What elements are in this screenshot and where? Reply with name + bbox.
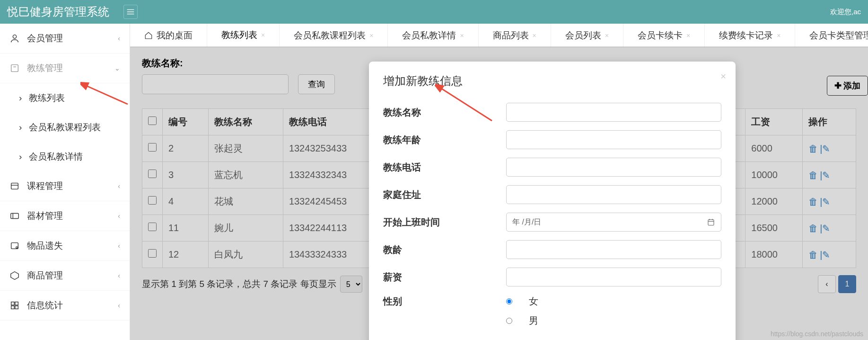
close-icon[interactable]: × (777, 32, 780, 39)
close-icon[interactable]: × (605, 32, 609, 39)
close-icon[interactable]: × (533, 32, 536, 39)
label-age: 教练年龄 (383, 134, 506, 146)
svg-rect-8 (11, 214, 19, 219)
chevron-left-icon: ‹ (118, 212, 120, 220)
sidebar-label: 会员管理 (27, 32, 63, 45)
tab-label: 续费续卡记录 (719, 29, 773, 42)
chevron-left-icon: ‹ (118, 35, 120, 42)
modal-title: 增加新教练信息 (383, 73, 721, 89)
sidebar-subitem-coach-list[interactable]: ›教练列表 (0, 83, 130, 113)
close-icon[interactable]: × (460, 32, 464, 39)
sidebar-item-product[interactable]: 商品管理 ‹ (0, 261, 130, 291)
tab-label: 我的桌面 (157, 29, 193, 42)
submenu-label: 教练列表 (29, 92, 65, 104)
svg-point-11 (16, 247, 18, 249)
input-address[interactable] (506, 185, 721, 204)
input-name[interactable] (506, 103, 721, 122)
tab-renew-record[interactable]: 续费续卡记录× (705, 24, 795, 47)
lost-icon (9, 241, 20, 251)
tab-label: 教练列表 (221, 29, 257, 41)
watermark: https://blog.csdn.net/pastclouds (771, 330, 863, 338)
tab-label: 会员卡类型管理 (809, 29, 868, 42)
chevron-left-icon: ‹ (118, 182, 120, 190)
sidebar-label: 教练管理 (27, 62, 63, 74)
tab-label: 会员卡续卡 (638, 29, 683, 42)
tab-label: 会员私教课程列表 (294, 29, 366, 42)
app-title: 悦巳健身房管理系统 (7, 4, 109, 19)
close-icon[interactable]: × (261, 31, 265, 39)
svg-rect-4 (11, 65, 18, 72)
svg-rect-14 (11, 306, 14, 309)
sidebar-label: 信息统计 (27, 299, 63, 312)
input-age[interactable] (506, 130, 721, 149)
tab-label: 商品列表 (493, 29, 529, 42)
label-start-date: 开始上班时间 (383, 216, 506, 229)
sidebar-item-stats[interactable]: 信息统计 ‹ (0, 291, 130, 321)
radio-female[interactable] (506, 298, 512, 304)
tab-card-renew[interactable]: 会员卡续卡× (623, 24, 705, 47)
tab-card-type[interactable]: 会员卡类型管理× (795, 24, 868, 47)
calendar-icon (707, 218, 715, 226)
label-name: 教练名称 (383, 106, 506, 119)
sidebar-item-member[interactable]: 会员管理 ‹ (0, 24, 130, 54)
sidebar-item-lost[interactable]: 物品遗失 ‹ (0, 231, 130, 261)
modal-close-button[interactable]: × (720, 71, 726, 82)
radio-female-label: 女 (529, 295, 538, 308)
svg-point-3 (13, 35, 16, 38)
input-years[interactable] (506, 240, 721, 259)
stats-icon (9, 300, 20, 311)
sidebar: 会员管理 ‹ 教练管理 ⌄ ›教练列表 ›会员私教课程列表 ›会员私教详情 课程… (0, 24, 130, 340)
chevron-left-icon: ‹ (118, 302, 120, 309)
svg-rect-15 (15, 306, 18, 309)
input-start-date[interactable]: 年 /月/日 (506, 213, 721, 232)
sidebar-label: 器材管理 (27, 210, 63, 222)
svg-rect-6 (11, 183, 18, 189)
tab-desktop[interactable]: 我的桌面 (130, 24, 207, 47)
svg-rect-16 (708, 220, 714, 225)
submenu-label: 会员私教详情 (29, 151, 83, 163)
sidebar-item-course[interactable]: 课程管理 ‹ (0, 171, 130, 201)
tab-member-course[interactable]: 会员私教课程列表× (280, 24, 388, 47)
svg-rect-12 (11, 302, 14, 305)
input-phone[interactable] (506, 158, 721, 177)
tab-label: 会员私教详情 (402, 29, 456, 42)
tab-coach-list[interactable]: 教练列表× (207, 24, 280, 47)
sidebar-item-coach[interactable]: 教练管理 ⌄ (0, 54, 130, 83)
date-placeholder: 年 /月/日 (512, 217, 541, 227)
label-gender: 性别 (383, 295, 506, 308)
input-salary[interactable] (506, 268, 721, 286)
tab-product-list[interactable]: 商品列表× (479, 24, 551, 47)
product-icon (9, 270, 20, 281)
course-icon (9, 181, 20, 191)
add-coach-modal: × 增加新教练信息 教练名称 教练年龄 教练电话 家庭住址 开始上班时间年 /月… (369, 62, 736, 340)
chevron-right-icon: › (19, 152, 22, 162)
chevron-left-icon: ‹ (118, 242, 120, 250)
close-icon[interactable]: × (369, 32, 373, 39)
home-icon (144, 31, 153, 40)
chevron-left-icon: ‹ (118, 272, 120, 279)
sidebar-subitem-member-detail[interactable]: ›会员私教详情 (0, 142, 130, 171)
sidebar-label: 课程管理 (27, 180, 63, 192)
tab-member-detail[interactable]: 会员私教详情× (388, 24, 478, 47)
svg-rect-10 (11, 243, 18, 249)
radio-male[interactable] (506, 318, 512, 324)
tab-label: 会员列表 (565, 29, 601, 42)
coach-icon (9, 63, 20, 73)
sidebar-item-equipment[interactable]: 器材管理 ‹ (0, 201, 130, 231)
chevron-down-icon: ⌄ (114, 64, 120, 72)
label-address: 家庭住址 (383, 188, 506, 201)
sidebar-label: 物品遗失 (27, 240, 63, 252)
app-header: 悦巳健身房管理系统 欢迎您,ac (0, 0, 868, 24)
chevron-right-icon: › (19, 122, 22, 133)
sidebar-subitem-member-course[interactable]: ›会员私教课程列表 (0, 113, 130, 142)
menu-icon (125, 7, 136, 17)
tab-member-list[interactable]: 会员列表× (551, 24, 623, 47)
tab-bar: 我的桌面 教练列表× 会员私教课程列表× 会员私教详情× 商品列表× 会员列表×… (130, 24, 868, 47)
label-phone: 教练电话 (383, 161, 506, 174)
submenu-label: 会员私教课程列表 (29, 121, 101, 134)
close-icon[interactable]: × (686, 32, 690, 39)
label-years: 教龄 (383, 243, 506, 256)
menu-toggle-button[interactable] (123, 5, 138, 19)
user-icon (9, 33, 20, 44)
svg-rect-13 (15, 302, 18, 305)
